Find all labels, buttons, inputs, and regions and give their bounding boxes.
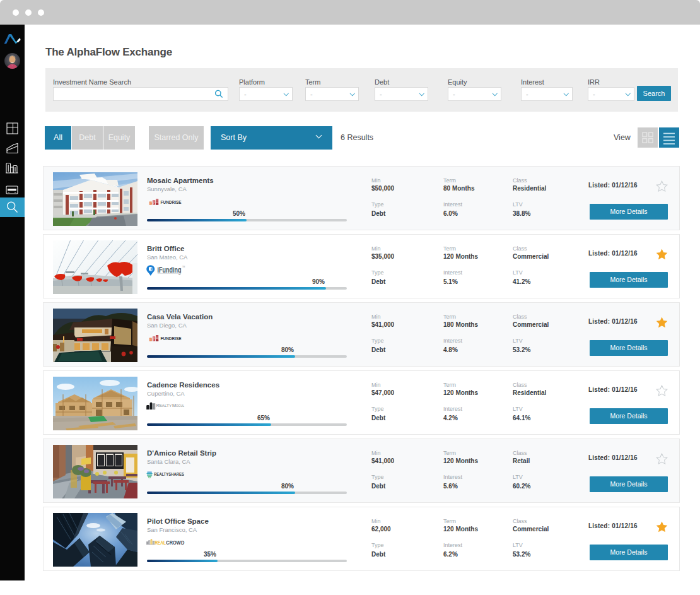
- svg-text:REALTYSHARES: REALTYSHARES: [154, 472, 184, 476]
- svg-text:iFunding: iFunding: [158, 266, 182, 274]
- svg-text:REAL: REAL: [155, 539, 166, 546]
- svg-text:FUNDRISE: FUNDRISE: [161, 199, 182, 205]
- svg-text:CROWD: CROWD: [166, 539, 184, 546]
- svg-text:ALTY: ALTY: [162, 404, 172, 408]
- svg-text:OGUL: OGUL: [176, 404, 185, 408]
- svg-text:FUNDRISE: FUNDRISE: [161, 336, 182, 341]
- svg-text:RE: RE: [156, 403, 162, 408]
- svg-text:TM: TM: [182, 266, 185, 268]
